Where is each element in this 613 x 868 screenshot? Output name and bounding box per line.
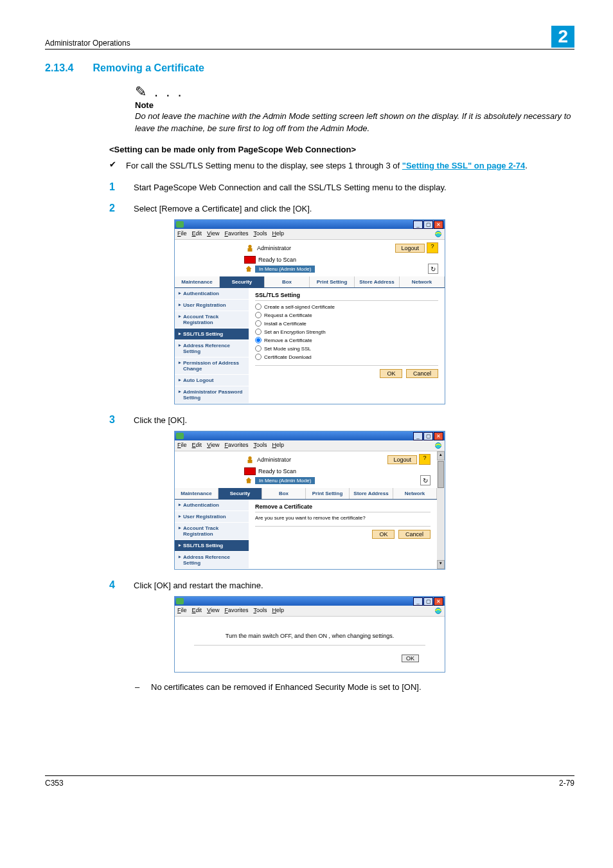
menu-file[interactable]: File (177, 607, 187, 615)
ok-button[interactable]: OK (402, 655, 419, 662)
tab-network[interactable]: Network (393, 488, 437, 499)
tab-print-setting[interactable]: Print Setting (310, 276, 355, 287)
menu-view[interactable]: View (207, 230, 219, 238)
refresh-button[interactable]: ↻ (420, 475, 431, 485)
menu-file[interactable]: File (177, 230, 187, 238)
ssl-option[interactable]: Certificate Download (255, 354, 438, 360)
menu-view[interactable]: View (207, 442, 219, 449)
tab-box[interactable]: Box (262, 488, 306, 499)
menu-tools[interactable]: Tools (253, 230, 267, 238)
cancel-button[interactable]: Cancel (406, 369, 438, 378)
sidebar-item-account-track[interactable]: Account Track Registration (175, 523, 249, 540)
scroll-up-button[interactable]: ▴ (437, 451, 445, 460)
sidebar: Authentication User Registration Account… (175, 500, 249, 569)
minimize-button[interactable]: _ (413, 221, 423, 229)
ssl-option[interactable]: Create a self-signed Certificate (255, 303, 438, 310)
note-icon: ✎ . . . (135, 84, 574, 100)
maximize-button[interactable]: ▢ (423, 432, 433, 440)
ssl-option[interactable]: Request a Certificate (255, 312, 438, 318)
ssl-option[interactable]: Set an Encryption Strength (255, 329, 438, 335)
help-button[interactable]: ? (419, 454, 431, 465)
menu-edit[interactable]: Edit (192, 230, 202, 238)
menu-edit[interactable]: Edit (192, 442, 202, 449)
help-button[interactable]: ? (427, 242, 438, 253)
ok-button[interactable]: OK (372, 530, 395, 539)
ssl-option-label: Create a self-signed Certificate (264, 304, 335, 310)
status-icon (244, 467, 256, 475)
tab-maintenance[interactable]: Maintenance (175, 488, 218, 499)
sidebar-item-ssl-tls[interactable]: SSL/TLS Setting (175, 329, 249, 340)
tab-store-address[interactable]: Store Address (350, 488, 393, 499)
tab-box[interactable]: Box (265, 276, 310, 287)
ssl-option[interactable]: Set Mode using SSL (255, 345, 438, 352)
admin-label: Administrator (257, 245, 291, 251)
scroll-thumb[interactable] (438, 461, 444, 488)
sidebar-item-ssl-tls[interactable]: SSL/TLS Setting (175, 540, 249, 552)
svg-point-1 (248, 244, 251, 248)
maximize-button[interactable]: ▢ (423, 597, 433, 606)
ssl-radio[interactable] (255, 354, 262, 360)
ssl-radio[interactable] (255, 320, 262, 327)
menu-bar[interactable]: File Edit View Favorites Tools Help (175, 229, 445, 240)
sidebar-item-authentication[interactable]: Authentication (175, 500, 249, 511)
menu-bar[interactable]: File Edit View Favorites Tools Help (175, 440, 445, 451)
panel-title: SSL/TLS Setting (255, 292, 438, 301)
prereq-link[interactable]: "Setting the SSL" on page 2-74 (402, 161, 525, 170)
menu-bar[interactable]: File Edit View Favorites Tools Help (175, 606, 445, 617)
sidebar-item-address-reference[interactable]: Address Reference Setting (175, 552, 249, 569)
close-button[interactable]: ✕ (434, 221, 443, 229)
tab-store-address[interactable]: Store Address (355, 276, 400, 287)
refresh-button[interactable]: ↻ (428, 264, 438, 274)
menu-help[interactable]: Help (272, 607, 284, 615)
ssl-radio[interactable] (255, 312, 262, 318)
menu-file[interactable]: File (177, 442, 187, 449)
menu-favorites[interactable]: Favorites (224, 607, 248, 615)
ssl-option[interactable]: Remove a Certificate (255, 337, 438, 343)
scroll-down-button[interactable]: ▾ (437, 560, 445, 569)
home-icon[interactable] (244, 265, 253, 273)
logout-button[interactable]: Logout (395, 244, 425, 253)
sidebar-item-admin-password[interactable]: Administrator Password Setting (175, 386, 249, 404)
tab-maintenance[interactable]: Maintenance (175, 276, 220, 287)
panel-message: Are you sure you want to remove the cert… (255, 515, 431, 521)
minimize-button[interactable]: _ (413, 432, 423, 440)
cancel-button[interactable]: Cancel (398, 530, 431, 539)
menu-favorites[interactable]: Favorites (224, 230, 248, 238)
menu-tools[interactable]: Tools (253, 442, 267, 449)
ok-button[interactable]: OK (380, 369, 402, 378)
scrollbar[interactable]: ▴ ▾ (437, 451, 445, 569)
ssl-radio[interactable] (255, 345, 262, 352)
sidebar-item-user-registration[interactable]: User Registration (175, 300, 249, 311)
menu-view[interactable]: View (207, 607, 219, 615)
note-text: Do not leave the machine with the Admin … (135, 110, 574, 135)
close-button[interactable]: ✕ (434, 432, 443, 440)
sidebar-item-authentication[interactable]: Authentication (175, 288, 249, 300)
sidebar-item-auto-logout[interactable]: Auto Logout (175, 375, 249, 386)
logout-button[interactable]: Logout (387, 455, 417, 464)
home-icon[interactable] (244, 476, 253, 484)
sidebar-item-account-track[interactable]: Account Track Registration (175, 311, 249, 329)
ssl-option[interactable]: Install a Certificate (255, 320, 438, 327)
setting-heading: <Setting can be made only from PageScope… (109, 145, 574, 154)
menu-tools[interactable]: Tools (253, 607, 267, 615)
ssl-radio[interactable] (255, 337, 262, 343)
step-text: Select [Remove a Certificate] and click … (134, 203, 574, 213)
tab-network[interactable]: Network (400, 276, 445, 287)
menu-edit[interactable]: Edit (192, 607, 202, 615)
minimize-button[interactable]: _ (413, 597, 423, 606)
sidebar-item-permission-address[interactable]: Permission of Address Change (175, 357, 249, 375)
ssl-radio[interactable] (255, 329, 262, 335)
tab-print-setting[interactable]: Print Setting (306, 488, 350, 499)
menu-help[interactable]: Help (272, 230, 284, 238)
footer-right: 2-79 (559, 779, 574, 788)
sidebar: Authentication User Registration Account… (175, 288, 249, 404)
ssl-radio[interactable] (255, 303, 262, 310)
maximize-button[interactable]: ▢ (423, 221, 433, 229)
sidebar-item-user-registration[interactable]: User Registration (175, 511, 249, 523)
menu-help[interactable]: Help (272, 442, 284, 449)
close-button[interactable]: ✕ (434, 597, 443, 606)
tab-security[interactable]: Security (220, 276, 265, 287)
sidebar-item-address-reference[interactable]: Address Reference Setting (175, 340, 249, 357)
menu-favorites[interactable]: Favorites (224, 442, 248, 449)
tab-security[interactable]: Security (218, 488, 262, 499)
